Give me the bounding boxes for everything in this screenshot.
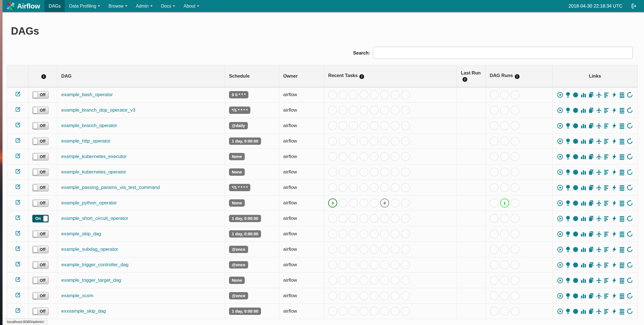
task-duration-icon[interactable] [580, 262, 587, 268]
code-icon[interactable] [611, 123, 618, 129]
landing-times-icon[interactable] [596, 184, 602, 191]
trigger-dag-icon[interactable] [557, 200, 563, 206]
landing-times-icon[interactable] [596, 262, 602, 268]
code-icon[interactable] [611, 107, 618, 114]
edit-dag-icon[interactable] [15, 153, 21, 159]
graph-view-icon[interactable] [572, 138, 579, 145]
landing-times-icon[interactable] [596, 277, 602, 284]
dag-details-icon[interactable] [619, 277, 625, 284]
dag-details-icon[interactable] [619, 107, 625, 114]
refresh-icon[interactable] [627, 308, 633, 315]
task-tries-icon[interactable] [588, 138, 594, 145]
tree-view-icon[interactable] [565, 169, 571, 175]
dag-details-icon[interactable] [619, 92, 625, 98]
landing-times-icon[interactable] [596, 107, 602, 114]
refresh-icon[interactable] [627, 231, 633, 237]
dag-details-icon[interactable] [619, 215, 625, 222]
edit-dag-icon[interactable] [15, 277, 21, 283]
task-tries-icon[interactable] [588, 169, 594, 175]
trigger-dag-icon[interactable] [557, 92, 563, 98]
task-tries-icon[interactable] [588, 277, 594, 284]
landing-times-icon[interactable] [596, 138, 602, 145]
task-duration-icon[interactable] [580, 123, 587, 129]
dag-toggle[interactable]: Off [32, 292, 49, 300]
gantt-icon[interactable] [603, 154, 610, 160]
refresh-icon[interactable] [627, 293, 633, 299]
dag-link[interactable]: example_kubernetes_operator [61, 169, 126, 175]
edit-dag-icon[interactable] [15, 292, 21, 298]
landing-times-icon[interactable] [596, 123, 602, 129]
landing-times-icon[interactable] [596, 169, 602, 175]
dag-link[interactable]: example_http_operator [61, 138, 110, 144]
tree-view-icon[interactable] [565, 200, 571, 206]
task-tries-icon[interactable] [588, 246, 594, 253]
nav-item-dags[interactable]: DAGs [44, 0, 65, 12]
task-duration-icon[interactable] [580, 138, 587, 145]
refresh-icon[interactable] [627, 169, 633, 175]
task-tries-icon[interactable] [588, 92, 594, 98]
dag-link[interactable]: exxxample_skip_dag [61, 308, 106, 314]
gantt-icon[interactable] [603, 123, 610, 129]
landing-times-icon[interactable] [596, 215, 602, 222]
refresh-icon[interactable] [627, 277, 633, 284]
code-icon[interactable] [611, 293, 618, 299]
landing-times-icon[interactable] [596, 308, 602, 315]
code-icon[interactable] [611, 215, 618, 222]
tree-view-icon[interactable] [565, 154, 571, 160]
dag-link[interactable]: example_xcom [61, 293, 93, 298]
graph-view-icon[interactable] [572, 169, 579, 175]
dag-link[interactable]: example_bash_operator [61, 92, 113, 97]
graph-view-icon[interactable] [572, 154, 579, 160]
edit-dag-icon[interactable] [15, 246, 21, 252]
refresh-icon[interactable] [627, 200, 633, 206]
edit-dag-icon[interactable] [15, 261, 21, 267]
dag-details-icon[interactable] [619, 293, 625, 299]
refresh-icon[interactable] [627, 215, 633, 222]
dag-link[interactable]: example_subdag_operator [61, 247, 118, 252]
tree-view-icon[interactable] [565, 215, 571, 222]
dag-link[interactable]: example_branch_dop_operator_v3 [61, 107, 135, 113]
edit-dag-icon[interactable] [15, 107, 21, 112]
nav-item-browse[interactable]: Browse [104, 0, 131, 12]
task-tries-icon[interactable] [588, 262, 594, 268]
dag-link[interactable]: example_passing_params_via_test_command [61, 185, 160, 190]
task-duration-icon[interactable] [580, 231, 587, 237]
gantt-icon[interactable] [603, 262, 610, 268]
task-count-circle-queued[interactable]: 8 [380, 198, 389, 207]
nav-item-about[interactable]: About [179, 0, 203, 12]
tree-view-icon[interactable] [565, 308, 571, 315]
dag-toggle[interactable]: Off [32, 107, 49, 114]
tree-view-icon[interactable] [565, 92, 571, 98]
graph-view-icon[interactable] [572, 123, 579, 129]
dag-toggle[interactable]: On [32, 215, 49, 222]
dag-toggle[interactable]: Off [32, 277, 49, 284]
airflow-brand[interactable]: Airflow [3, 0, 44, 12]
tree-view-icon[interactable] [565, 231, 571, 237]
graph-view-icon[interactable] [572, 308, 579, 315]
edit-dag-icon[interactable] [15, 308, 21, 313]
code-icon[interactable] [611, 231, 618, 237]
code-icon[interactable] [611, 169, 618, 175]
code-icon[interactable] [611, 92, 618, 98]
trigger-dag-icon[interactable] [557, 154, 563, 160]
task-count-circle-success[interactable]: 3 [328, 198, 337, 207]
trigger-dag-icon[interactable] [557, 184, 563, 191]
task-duration-icon[interactable] [580, 200, 587, 206]
trigger-dag-icon[interactable] [557, 293, 563, 299]
refresh-icon[interactable] [627, 138, 633, 145]
task-duration-icon[interactable] [580, 215, 587, 222]
trigger-dag-icon[interactable] [557, 215, 563, 222]
dag-toggle[interactable]: Off [32, 230, 49, 238]
tree-view-icon[interactable] [565, 138, 571, 145]
dag-toggle[interactable]: Off [32, 122, 49, 130]
dag-toggle[interactable]: Off [32, 91, 49, 99]
refresh-icon[interactable] [627, 246, 633, 253]
sign-out-icon[interactable] [631, 0, 637, 12]
graph-view-icon[interactable] [572, 200, 579, 206]
task-tries-icon[interactable] [588, 231, 594, 237]
dag-link[interactable]: example_trigger_target_dag [61, 277, 121, 283]
task-tries-icon[interactable] [588, 107, 594, 114]
refresh-icon[interactable] [627, 154, 633, 160]
tree-view-icon[interactable] [565, 262, 571, 268]
task-duration-icon[interactable] [580, 154, 587, 160]
